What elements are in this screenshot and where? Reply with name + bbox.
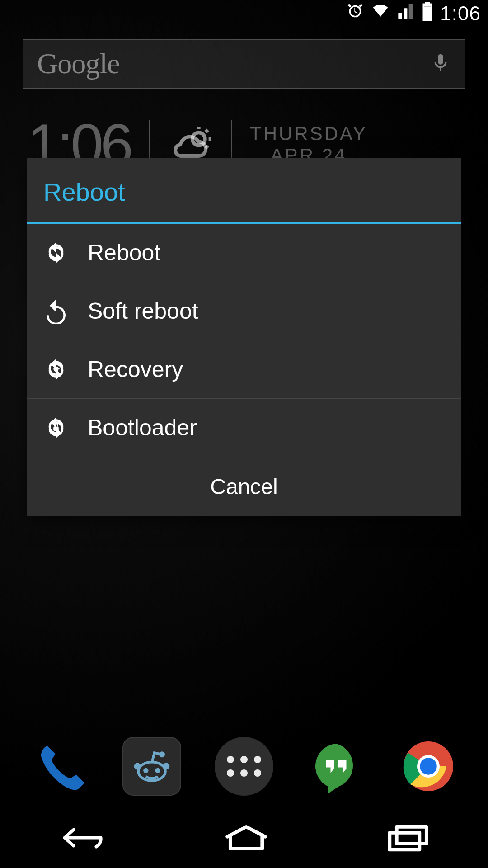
reboot-option-bootloader[interactable]: Bootloader bbox=[27, 399, 461, 457]
reboot-option-soft-reboot[interactable]: Soft reboot bbox=[27, 282, 461, 340]
phone-app-icon[interactable] bbox=[30, 737, 89, 796]
app-drawer-icon[interactable] bbox=[215, 737, 273, 796]
dock bbox=[0, 728, 488, 805]
svg-point-12 bbox=[155, 768, 160, 773]
option-label: Soft reboot bbox=[88, 298, 198, 324]
alarm-icon bbox=[346, 2, 364, 25]
svg-point-11 bbox=[143, 768, 148, 773]
cell-signal-icon bbox=[397, 2, 415, 25]
google-logo: Google bbox=[37, 47, 119, 80]
wifi-icon bbox=[371, 1, 390, 26]
reboot-option-recovery[interactable]: Recovery bbox=[27, 340, 461, 399]
dots-icon bbox=[227, 756, 261, 777]
reboot-option-reboot[interactable]: Reboot bbox=[27, 224, 461, 282]
refresh-icon bbox=[42, 239, 70, 266]
svg-line-4 bbox=[206, 130, 208, 132]
refresh-lock-icon bbox=[42, 414, 70, 441]
widget-day-of-week: THURSDAY bbox=[250, 123, 367, 145]
home-button[interactable] bbox=[221, 822, 271, 855]
option-label: Recovery bbox=[88, 356, 183, 382]
google-search-widget[interactable]: Google bbox=[23, 39, 465, 89]
svg-rect-7 bbox=[53, 427, 59, 431]
svg-point-16 bbox=[420, 758, 437, 775]
status-bar: 1:06 bbox=[0, 0, 488, 27]
reboot-dialog: Reboot Reboot Soft reboot Recovery bbox=[27, 158, 461, 516]
navigation-bar bbox=[0, 809, 488, 868]
reddit-app-icon[interactable] bbox=[122, 737, 181, 796]
hangouts-app-icon[interactable] bbox=[307, 737, 366, 796]
battery-icon bbox=[421, 2, 434, 25]
option-label: Reboot bbox=[88, 240, 160, 266]
cancel-button[interactable]: Cancel bbox=[27, 457, 461, 516]
refresh-gear-icon bbox=[42, 356, 70, 383]
svg-point-10 bbox=[163, 763, 169, 770]
dialog-title: Reboot bbox=[27, 158, 461, 224]
svg-rect-0 bbox=[424, 7, 431, 19]
undo-icon bbox=[42, 297, 70, 325]
svg-point-13 bbox=[159, 751, 165, 757]
back-button[interactable] bbox=[56, 822, 110, 855]
weather-icon bbox=[168, 127, 213, 163]
chrome-app-icon[interactable] bbox=[399, 737, 458, 796]
svg-rect-18 bbox=[396, 827, 426, 844]
status-bar-time: 1:06 bbox=[440, 2, 481, 25]
svg-point-9 bbox=[134, 763, 141, 770]
svg-rect-17 bbox=[389, 833, 419, 849]
recent-apps-button[interactable] bbox=[383, 822, 432, 855]
option-label: Bootloader bbox=[88, 415, 197, 441]
voice-search-icon[interactable] bbox=[430, 52, 451, 75]
